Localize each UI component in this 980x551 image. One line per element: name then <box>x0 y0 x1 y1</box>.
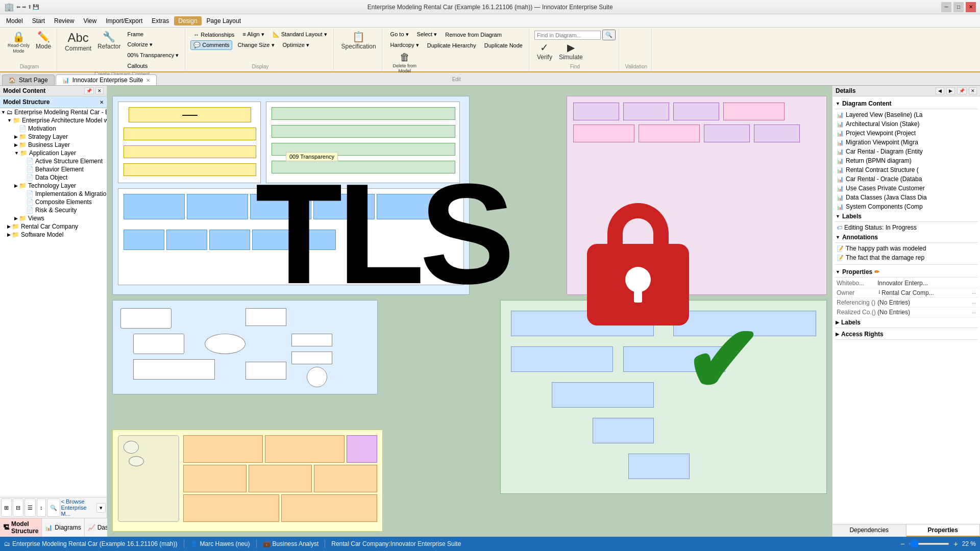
detail-annotation-1[interactable]: 📝 The happy path was modeled <box>835 244 978 253</box>
detail-car-rental-oracle[interactable]: 📊 Car Rental - Oracle (Databa <box>835 174 978 184</box>
browse-options-button[interactable]: ▾ <box>96 503 106 513</box>
tree-item-motivation[interactable]: ▶ 📄 Motivation <box>0 124 107 133</box>
optimize-button[interactable]: Optimize ▾ <box>280 40 312 50</box>
menu-start[interactable]: Start <box>28 16 49 26</box>
tree-item-behavior[interactable]: ▶ 📄 Behavior Element <box>0 165 107 173</box>
change-size-button[interactable]: Change Size ▾ <box>234 40 277 50</box>
mode-button[interactable]: ✏️ Mode <box>33 30 54 52</box>
callouts-button[interactable]: Callouts <box>124 61 182 70</box>
detail-use-cases[interactable]: 📊 Use Cases Private Customer <box>835 184 978 193</box>
detail-data-classes[interactable]: 📊 Data Classes (Java Class Dia <box>835 193 978 202</box>
list-view-button[interactable]: ☰ <box>24 498 36 517</box>
specification-button[interactable]: 📋 Specification <box>339 30 379 52</box>
detail-migration[interactable]: 📊 Migration Viewpoint (Migra <box>835 138 978 147</box>
tree-item-composite[interactable]: ▶ 📄 Composite Elements <box>0 198 107 206</box>
tab-innovator-suite[interactable]: 📊 Innovator Enterprise Suite ✕ <box>56 74 157 85</box>
close-tab-icon[interactable]: ✕ <box>146 78 150 83</box>
diagram-canvas[interactable]: Enterprise Architecture Enterprise Suite… <box>107 86 832 537</box>
right-nav-prev[interactable]: ◀ <box>936 87 944 94</box>
menu-extras[interactable]: Extras <box>148 16 173 26</box>
tab-dependencies[interactable]: Dependencies <box>832 524 906 537</box>
zoom-in-button[interactable]: + <box>953 540 958 548</box>
browse-enterprise-link[interactable]: < Browse Enterprise M... <box>61 498 96 517</box>
window-controls[interactable]: ─ □ ✕ <box>941 2 976 12</box>
find-in-diagram-input[interactable] <box>534 31 601 40</box>
relationships-button[interactable]: ↔ Relationships <box>190 30 237 39</box>
duplicate-node-button[interactable]: Duplicate Node <box>481 40 526 50</box>
menu-page-layout[interactable]: Page Layout <box>203 16 245 26</box>
arrow-rental[interactable]: ▶ <box>7 224 11 229</box>
duplicate-hierarchy-button[interactable]: Duplicate Hierarchy <box>424 40 479 50</box>
detail-layered-view[interactable]: 📊 Layered View (Baseline) (La <box>835 110 978 119</box>
arrow-business[interactable]: ▶ <box>14 142 18 147</box>
detail-car-rental-diagram[interactable]: 📊 Car Rental - Diagram (Entity <box>835 147 978 156</box>
arrow-arch[interactable]: ▼ <box>7 118 12 123</box>
right-pin-button[interactable]: 📌 <box>957 87 967 94</box>
go-to-button[interactable]: Go to ▾ <box>387 30 412 39</box>
sort-button[interactable]: ↕ <box>37 498 46 517</box>
properties-edit-icon[interactable]: ✏ <box>874 268 879 276</box>
tab-model-structure[interactable]: 🏗 Model Structure <box>0 518 42 537</box>
tree-item-root[interactable]: ▼ 🗂 Enterprise Modeling Rental Car - Exa… <box>0 108 107 116</box>
minimize-button[interactable]: ─ <box>941 2 951 12</box>
tree-item-views[interactable]: ▶ 📁 Views <box>0 214 107 222</box>
detail-editing-status[interactable]: 🏷 Editing Status: In Progress <box>835 223 978 232</box>
tab-start-page[interactable]: 🏠 Start Page <box>2 74 55 85</box>
arrow-software[interactable]: ▶ <box>7 232 11 237</box>
model-tree[interactable]: ▼ 🗂 Enterprise Modeling Rental Car - Exa… <box>0 108 107 497</box>
tree-item-rental-car[interactable]: ▶ 📁 Rental Car Company <box>0 222 107 231</box>
simulate-button[interactable]: ▶ Simulate <box>556 40 585 63</box>
tree-item-active-struct[interactable]: ▶ 📄 Active Structure Element <box>0 157 107 165</box>
ref-edit-icon[interactable]: ... <box>972 299 976 305</box>
find-search-button[interactable]: 🔍 <box>602 30 616 40</box>
tree-item-business[interactable]: ▶ 📁 Business Layer <box>0 141 107 149</box>
menu-review[interactable]: Review <box>50 16 78 26</box>
remove-from-diagram-button[interactable]: Remove from Diagram <box>442 30 505 39</box>
owner-edit-icon[interactable]: ... <box>972 289 976 295</box>
arrow-application[interactable]: ▼ <box>14 151 19 156</box>
panel-pin-button[interactable]: 📌 <box>84 87 94 94</box>
tree-item-application[interactable]: ▼ 📁 Application Layer <box>0 149 107 157</box>
arrow-tech[interactable]: ▶ <box>14 183 18 188</box>
select-button[interactable]: Select ▾ <box>414 30 440 39</box>
tree-item-software[interactable]: ▶ 📁 Software Model <box>0 231 107 239</box>
section-labels[interactable]: ▼ Labels <box>835 211 978 222</box>
detail-system-components[interactable]: 📊 System Components (Comp <box>835 202 978 211</box>
filter-button[interactable]: 🔍 <box>47 498 60 517</box>
tree-item-tech[interactable]: ▶ 📁 Technology Layer <box>0 182 107 190</box>
zoom-out-button[interactable]: − <box>900 540 904 548</box>
tab-properties-bottom[interactable]: Properties <box>906 524 981 537</box>
menu-model[interactable]: Model <box>2 16 27 26</box>
tree-item-impl[interactable]: ▶ 📄 Implementation & Migration <box>0 190 107 198</box>
right-close-button[interactable]: ✕ <box>969 87 977 94</box>
refactor-button[interactable]: 🔧 Refactor <box>95 30 123 52</box>
panel-close-button[interactable]: ✕ <box>95 87 104 94</box>
frame-button[interactable]: Frame <box>124 30 182 39</box>
zoom-slider[interactable] <box>909 543 949 545</box>
section-access-rights[interactable]: ▶ Access Rights <box>835 329 978 340</box>
arrow-strategy[interactable]: ▶ <box>14 134 18 139</box>
menu-import-export[interactable]: Import/Export <box>102 16 146 26</box>
section-labels-prop[interactable]: ▶ Labels <box>835 317 978 328</box>
arrow-views[interactable]: ▶ <box>14 216 18 221</box>
maximize-button[interactable]: □ <box>953 2 964 12</box>
comment-button[interactable]: Abc Comment <box>62 30 94 54</box>
tab-diagrams[interactable]: 📊 Diagrams <box>42 518 84 537</box>
tree-item-risk[interactable]: ▶ 📄 Risk & Security <box>0 206 107 214</box>
detail-return-bpmn[interactable]: 📊 Return (BPMN diagram) <box>835 156 978 165</box>
comments-button[interactable]: 💬 Comments <box>190 40 232 50</box>
menu-view[interactable]: View <box>79 16 101 26</box>
read-only-mode-button[interactable]: 🔒 Read-OnlyMode <box>5 30 32 56</box>
expand-all-button[interactable]: ⊞ <box>1 498 12 517</box>
close-button[interactable]: ✕ <box>966 2 976 12</box>
detail-project-viewpoint[interactable]: 📊 Project Viewpoint (Project <box>835 129 978 138</box>
delete-from-model-button[interactable]: 🗑 Delete fromModel <box>390 50 420 76</box>
detail-annotation-2[interactable]: 📝 The fact that the damage rep <box>835 253 978 262</box>
detail-arch-vision[interactable]: 📊 Architectural Vision (Stake) <box>835 119 978 129</box>
collapse-all-button[interactable]: ⊟ <box>13 498 23 517</box>
section-diagram-content[interactable]: ▼ Diagram Content <box>835 98 978 109</box>
section-annotations[interactable]: ▼ Annotations <box>835 232 978 243</box>
right-nav-next[interactable]: ▶ <box>946 87 955 94</box>
detail-rental-contract[interactable]: 📊 Rental Contract Structure ( <box>835 165 978 174</box>
tree-item-arch[interactable]: ▼ 📁 Enterprise Architecture Model with A <box>0 116 107 124</box>
